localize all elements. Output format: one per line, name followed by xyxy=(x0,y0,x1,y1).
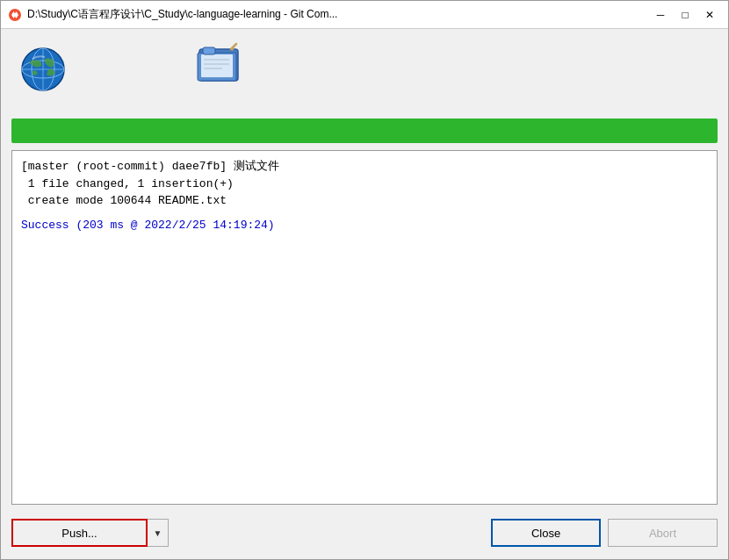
progress-bar xyxy=(11,118,718,143)
output-success-line: Success (203 ms @ 2022/2/25 14:19:24) xyxy=(21,217,708,234)
output-line-3: create mode 100644 README.txt xyxy=(21,192,708,210)
maximize-button[interactable]: □ xyxy=(674,5,697,25)
close-button[interactable]: Close xyxy=(491,519,601,547)
window-close-button[interactable]: ✕ xyxy=(698,5,721,25)
output-box: [master (root-commit) daee7fb] 测试文件 1 fi… xyxy=(11,150,718,505)
title-bar: D:\Study\C语言程序设计\C_Study\c-language-lear… xyxy=(1,1,728,29)
abort-button: Abort xyxy=(608,519,718,547)
output-line-2: 1 file changed, 1 insertion(+) xyxy=(21,176,708,193)
app-icon xyxy=(8,8,22,22)
window-content: [master (root-commit) daee7fb] 测试文件 1 fi… xyxy=(1,29,728,559)
main-window: D:\Study\C语言程序设计\C_Study\c-language-lear… xyxy=(0,0,729,560)
output-line-1: [master (root-commit) daee7fb] 测试文件 xyxy=(21,158,708,176)
window-controls: ─ □ ✕ xyxy=(649,5,721,25)
window-title: D:\Study\C语言程序设计\C_Study\c-language-lear… xyxy=(27,7,649,22)
chevron-down-icon: ▼ xyxy=(154,528,162,538)
git-folder-icon xyxy=(196,42,242,88)
svg-rect-12 xyxy=(203,47,215,54)
icons-row xyxy=(11,38,718,108)
buttons-row: Push... ▼ Close Abort xyxy=(11,512,718,550)
push-button-group: Push... ▼ xyxy=(11,519,169,547)
svg-rect-8 xyxy=(201,54,233,77)
push-dropdown-button[interactable]: ▼ xyxy=(148,519,169,547)
globe-icon xyxy=(20,47,66,92)
minimize-button[interactable]: ─ xyxy=(649,5,672,25)
push-button[interactable]: Push... xyxy=(11,519,148,547)
